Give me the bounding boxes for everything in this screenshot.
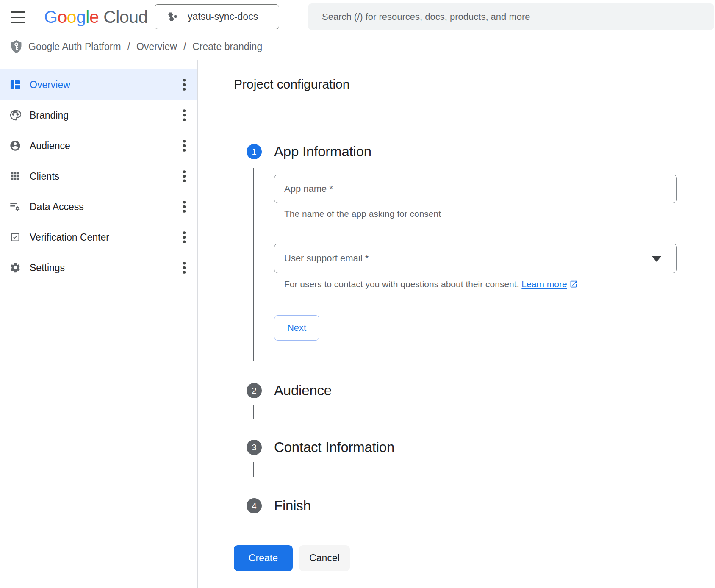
sidebar-item-audience[interactable]: Audience	[0, 130, 197, 161]
account-circle-icon	[9, 140, 21, 152]
create-button-label: Create	[249, 552, 278, 564]
page-title: Project configuration	[234, 76, 350, 92]
sidebar-item-label: Audience	[30, 140, 70, 152]
google-cloud-logo: Google Cloud	[44, 0, 148, 34]
step-3-title: Contact Information	[274, 440, 394, 455]
logo-letter: o	[57, 7, 67, 27]
kebab-menu-icon[interactable]	[178, 169, 191, 183]
gear-icon	[9, 262, 21, 274]
step-1-title: App Information	[274, 144, 371, 159]
breadcrumb-item-overview[interactable]: Overview	[136, 41, 177, 53]
sidebar-item-branding[interactable]: Branding	[0, 100, 197, 130]
logo-letter: g	[76, 7, 86, 27]
checkbox-icon	[9, 231, 21, 243]
project-name: yatsu-sync-docs	[188, 11, 258, 22]
app-name-helper-text: The name of the app asking for consent	[284, 208, 441, 220]
logo-cloud-text: Cloud	[103, 7, 148, 27]
top-bar: Google Cloud yatsu-sync-docs	[0, 0, 715, 34]
kebab-menu-icon[interactable]	[178, 200, 191, 214]
step-4-circle: 4	[247, 498, 262, 513]
breadcrumb: Google Auth Platform / Overview / Create…	[0, 34, 715, 59]
breadcrumb-separator: /	[183, 41, 186, 53]
support-email-helper-text: For users to contact you with questions …	[284, 278, 578, 292]
google-cloud-console: Google Cloud yatsu-sync-docs	[0, 0, 715, 588]
kebab-menu-icon[interactable]	[178, 108, 191, 122]
step-number: 2	[252, 386, 256, 396]
logo-letter: e	[89, 7, 99, 27]
step-2-circle: 2	[247, 383, 262, 398]
kebab-menu-icon[interactable]	[178, 78, 191, 92]
dropdown-arrow-icon	[652, 256, 661, 262]
sidebar-item-label: Clients	[30, 171, 59, 182]
create-button[interactable]: Create	[234, 545, 293, 571]
sidebar-nav: Overview Branding Audie	[0, 60, 198, 588]
palette-icon	[9, 109, 21, 121]
cancel-button[interactable]: Cancel	[299, 545, 350, 571]
breadcrumb-item-auth-platform[interactable]: Google Auth Platform	[28, 41, 121, 53]
step-number: 3	[252, 443, 256, 452]
step-2-title: Audience	[274, 383, 332, 398]
sidebar-item-label: Verification Center	[30, 232, 109, 243]
step-number: 4	[252, 501, 256, 511]
sidebar-item-label: Settings	[30, 262, 65, 274]
auth-platform-shield-icon	[9, 38, 23, 55]
breadcrumb-separator: /	[127, 41, 130, 53]
search-input[interactable]	[308, 3, 714, 30]
stepper-connector-line	[253, 168, 254, 361]
hexagon-project-icon	[167, 11, 179, 22]
app-name-field[interactable]	[274, 175, 677, 203]
learn-more-link[interactable]: Learn more	[521, 279, 567, 289]
sidebar-item-clients[interactable]: Clients	[0, 161, 197, 191]
step-4-title: Finish	[274, 498, 311, 513]
apps-grid-icon	[9, 170, 21, 182]
kebab-menu-icon[interactable]	[178, 230, 191, 244]
sidebar-item-label: Overview	[30, 79, 70, 91]
cancel-button-label: Cancel	[309, 552, 340, 564]
kebab-menu-icon[interactable]	[178, 139, 191, 153]
breadcrumb-item-create-branding: Create branding	[192, 41, 262, 53]
title-divider	[198, 101, 715, 101]
hamburger-menu-icon[interactable]	[11, 11, 26, 23]
dashboard-icon	[9, 79, 21, 91]
sidebar-item-data-access[interactable]: Data Access	[0, 191, 197, 222]
step-number: 1	[252, 147, 256, 157]
app-name-input[interactable]	[274, 175, 676, 203]
external-link-icon	[569, 279, 578, 292]
sidebar-item-label: Branding	[30, 110, 69, 121]
step-1-circle: 1	[247, 144, 262, 159]
logo-letter: l	[86, 7, 89, 27]
stepper-connector-line	[253, 405, 254, 419]
logo-letter: G	[44, 7, 57, 27]
select-label: User support email *	[284, 253, 369, 264]
user-support-email-select[interactable]: User support email *	[274, 244, 677, 273]
sidebar-item-verification-center[interactable]: Verification Center	[0, 222, 197, 252]
helper-text: For users to contact you with questions …	[284, 279, 519, 289]
next-button-label: Next	[287, 322, 306, 333]
next-button[interactable]: Next	[274, 315, 319, 341]
kebab-menu-icon[interactable]	[178, 261, 191, 275]
project-selector[interactable]: yatsu-sync-docs	[155, 4, 279, 29]
list-settings-icon	[9, 201, 21, 213]
sidebar-item-label: Data Access	[30, 201, 84, 213]
sidebar-item-overview[interactable]: Overview	[0, 69, 197, 100]
sidebar-item-settings[interactable]: Settings	[0, 252, 197, 283]
stepper-connector-line	[253, 462, 254, 477]
step-3-circle: 3	[247, 440, 262, 455]
logo-letter: o	[67, 7, 76, 27]
